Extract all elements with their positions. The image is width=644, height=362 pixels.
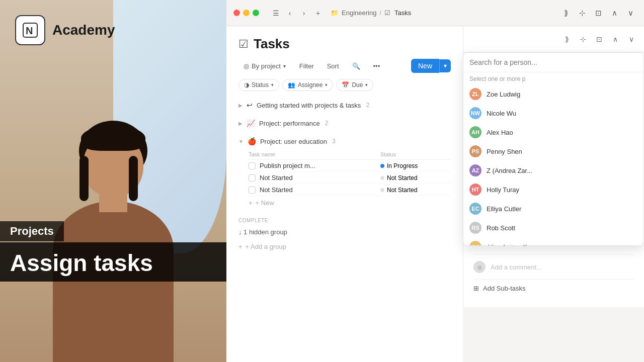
dropdown-person-item[interactable]: PS Penny Shen — [463, 142, 643, 161]
subtask-checkbox-2[interactable] — [249, 174, 256, 182]
add-new-icon: + — [249, 199, 253, 207]
task-group-header-3[interactable]: ▼ 🍎 Project: user education 3 ••• + — [238, 133, 451, 149]
group3-more-icon[interactable]: ••• — [436, 138, 443, 145]
group3-add-icon[interactable]: + — [447, 138, 451, 145]
person-name: Elliya Cutler — [487, 205, 521, 213]
breadcrumb-folder[interactable]: Engineering — [342, 9, 376, 17]
add-group-button[interactable]: + + Add a group — [238, 239, 451, 254]
dropdown-hint: Select one or more p — [463, 72, 643, 84]
person-name: Zoe Ludwig — [487, 90, 520, 98]
dropdown-person-item[interactable]: AH Alex Hao — [463, 123, 643, 142]
detail-down-icon[interactable]: ∨ — [625, 33, 638, 46]
group-toggle-3[interactable]: ▼ — [238, 139, 244, 144]
layout-icon[interactable]: ⊡ — [592, 7, 605, 20]
group2-add-icon[interactable]: + — [447, 120, 451, 127]
task-group-header-1[interactable]: ▶ ↩ Getting started with projects & task… — [238, 97, 451, 113]
titlebar-right: ⟫ ⊹ ⊡ ∧ ∨ — [559, 7, 637, 20]
group-add-icon[interactable]: + — [447, 102, 451, 109]
person-avatar: AZ — [469, 164, 481, 176]
dropdown-person-item[interactable]: RS Rob Scott — [463, 218, 643, 237]
person-name: Rob Scott — [487, 224, 515, 232]
folder-icon: 📁 — [331, 9, 339, 17]
tasks-panel: ☑ Tasks ◎ By project ▾ Filter Sort — [226, 26, 463, 362]
status-label-3: Not Started — [387, 187, 418, 194]
page-icon: ☑ — [384, 9, 390, 17]
breadcrumb: 📁 Engineering / ☑ Tasks — [331, 9, 411, 17]
comment-avatar: ◎ — [473, 261, 486, 273]
breadcrumb-page: Tasks — [394, 9, 411, 17]
person-avatar: PS — [469, 145, 481, 157]
add-subtasks-label: Add Sub-tasks — [483, 285, 526, 292]
filter-button[interactable]: Filter — [295, 60, 318, 72]
dropdown-person-item[interactable]: EC Elliya Cutler — [463, 199, 643, 218]
cursor-icon[interactable]: ⊹ — [576, 7, 589, 20]
minimize-button[interactable] — [243, 10, 250, 16]
group-count-1: 2 — [366, 102, 369, 109]
main-content: ☑ Tasks ◎ By project ▾ Filter Sort — [226, 26, 644, 362]
group-by-chevron: ▾ — [283, 63, 286, 69]
subtask-row-3[interactable]: Not Started Not Started — [249, 184, 451, 196]
breadcrumb-separator: / — [379, 9, 381, 17]
detail-title-bar: ⟫ ⊹ ⊡ ∧ ∨ — [463, 26, 644, 52]
subtask-row-1[interactable]: Publish project m... In Progress — [249, 160, 451, 172]
group-by-button[interactable]: ◎ By project ▾ — [238, 60, 291, 72]
comment-placeholder[interactable]: Add a comment... — [491, 263, 542, 271]
subtask-checkbox-3[interactable] — [249, 187, 256, 194]
group-toggle-2[interactable]: ▶ — [238, 121, 243, 126]
right-panel: ☰ ‹ › + 📁 Engineering / ☑ Tasks ⟫ ⊹ ⊡ ∧ … — [226, 0, 644, 362]
new-main-button[interactable]: New — [411, 59, 439, 73]
group-icon-3: 🍎 — [248, 137, 256, 145]
group2-more-icon[interactable]: ••• — [436, 120, 443, 127]
comment-area: ◎ Add a comment... — [473, 254, 634, 279]
chevron-down-icon[interactable]: ∨ — [624, 7, 637, 20]
person-photo: N Academy — [0, 0, 226, 362]
complete-label: COMPLETE — [238, 212, 451, 225]
group-name-3: Project: user education — [260, 138, 327, 145]
group-more-icon[interactable]: ••• — [436, 102, 443, 109]
detail-cursor-icon[interactable]: ⊹ — [577, 33, 590, 46]
group-icon-1: ↩ — [247, 101, 253, 109]
task-group-header-2[interactable]: ▶ 📈 Project: performance 2 ••• + — [238, 115, 451, 131]
search-button[interactable]: 🔍 — [348, 60, 365, 72]
subtask-name-3: Not Started — [249, 186, 380, 194]
filter-due[interactable]: 📅 Due ▾ — [336, 79, 373, 91]
dropdown-person-item[interactable]: HT Holly Turay — [463, 180, 643, 199]
new-chevron-button[interactable]: ▾ — [439, 59, 451, 72]
expand-sidebar-icon[interactable]: ⟫ — [559, 7, 573, 20]
dropdown-person-item[interactable]: NW Nicole Wu — [463, 104, 643, 123]
add-new-button[interactable]: + + New — [249, 196, 451, 210]
subtask-table: Task name Status Publish project m... — [238, 149, 451, 210]
subtask-checkbox-1[interactable] — [249, 162, 256, 169]
status-dot-2 — [380, 176, 384, 180]
hamburger-icon[interactable]: ☰ — [270, 8, 281, 19]
dropdown-person-item[interactable]: AA Alice Antonelli... — [463, 237, 643, 245]
task-group-3: ▼ 🍎 Project: user education 3 ••• + Task… — [238, 133, 451, 210]
dropdown-person-item[interactable]: AZ Z (Andrea Zar... — [463, 161, 643, 180]
chevron-up-icon[interactable]: ∧ — [608, 7, 621, 20]
subtask-header: Task name Status — [249, 149, 451, 160]
maximize-button[interactable] — [253, 10, 259, 16]
more-options-button[interactable]: ••• — [369, 60, 385, 72]
task-group-2: ▶ 📈 Project: performance 2 ••• + — [238, 115, 451, 131]
dropdown-person-item[interactable]: ZL Zoe Ludwig — [463, 84, 643, 104]
hidden-group-row[interactable]: ↓ 1 hidden group — [238, 225, 451, 239]
subtask-row-2[interactable]: Not Started Not Started — [249, 172, 451, 184]
filter-status[interactable]: ◑ Status ▾ — [238, 79, 279, 91]
assignee-filter-icon: 👥 — [288, 81, 295, 88]
sort-button[interactable]: Sort — [323, 60, 344, 72]
close-button[interactable] — [233, 10, 240, 16]
detail-layout-icon[interactable]: ⊡ — [593, 33, 606, 46]
back-icon[interactable]: ‹ — [284, 8, 295, 19]
person-name: Nicole Wu — [487, 110, 516, 117]
add-subtasks-button[interactable]: ⊞ Add Sub-tasks — [473, 279, 634, 297]
person-avatar: HT — [469, 184, 481, 196]
filter-assignee[interactable]: 👥 Assignee ▾ — [282, 79, 333, 91]
assignee-dropdown: Select one or more p ZL Zoe Ludwig NW Ni… — [463, 52, 644, 246]
assignee-search-input[interactable] — [469, 58, 637, 66]
add-page-icon[interactable]: + — [312, 8, 324, 19]
group-toggle-1[interactable]: ▶ — [238, 103, 243, 108]
forward-icon[interactable]: › — [298, 8, 309, 19]
detail-sidebar-icon[interactable]: ⟫ — [560, 33, 574, 46]
subtask-name-2: Not Started — [249, 174, 380, 182]
detail-up-icon[interactable]: ∧ — [609, 33, 622, 46]
